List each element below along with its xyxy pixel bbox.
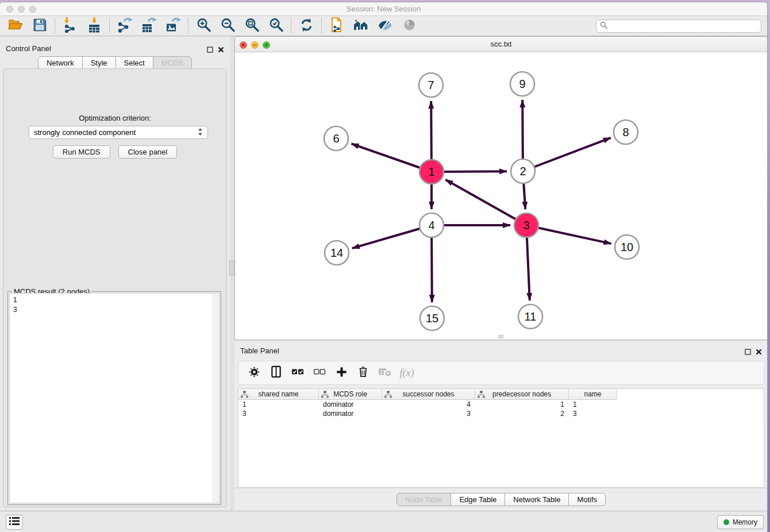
table-row[interactable]: 1dominator411 [238,400,764,409]
table-panel: Table Panel f(x) shared nameMCDS rolesuc… [234,341,768,511]
cell-predecessor-nodes: 1 [475,400,569,409]
zoom-in-button[interactable] [191,17,215,35]
graph-edge-3-1[interactable] [445,180,526,225]
graph-node-1[interactable]: 1 [419,160,444,184]
column-header-successor-nodes[interactable]: successor nodes [382,389,475,400]
column-header-mcds-role[interactable]: MCDS role [319,389,382,400]
import-network-button[interactable] [58,17,82,35]
network-close-icon[interactable] [240,41,247,51]
tab-mcds[interactable]: MCDS [153,56,192,70]
memory-status-icon [723,519,729,525]
console-log-icon [9,516,20,528]
delete-column-button[interactable] [355,364,372,381]
zoom-selected-button[interactable] [264,17,288,35]
graph-node-11[interactable]: 11 [518,304,542,329]
tab-network-table[interactable]: Network Table [505,493,569,506]
settings-button[interactable] [245,364,263,381]
optimization-criterion-select[interactable]: strongly connected component [29,126,208,139]
cell-name: 1 [569,400,617,409]
graphics-details-button[interactable] [373,17,397,35]
open-file-button[interactable] [3,17,28,35]
memory-label: Memory [733,518,757,526]
tab-edge-table[interactable]: Edge Table [451,493,505,506]
graph-node-2[interactable]: 2 [511,159,535,183]
tab-motifs[interactable]: Motifs [568,493,606,506]
zoom-fit-button[interactable] [240,17,264,35]
graph-node-6[interactable]: 6 [324,126,348,151]
search-input[interactable] [610,21,761,32]
toolbar-separator [188,18,188,33]
float-table-panel-icon[interactable] [745,347,751,357]
tree-icon [321,391,329,400]
refresh-layout-button[interactable] [294,17,318,35]
zoom-out-button[interactable] [215,17,240,35]
canvas-resize-handle[interactable] [498,335,503,338]
graph-node-8[interactable]: 8 [614,120,638,144]
toolbar-separator [55,18,55,33]
column-header-predecessor-nodes[interactable]: predecessor nodes [475,389,569,400]
network-minimize-icon[interactable] [251,41,259,51]
graph-edge-3-10[interactable] [526,225,611,244]
control-panel-tabs: NetworkStyleSelectMCDS [0,56,230,70]
close-panel-button[interactable]: Close panel [118,145,178,159]
export-image-button[interactable] [161,17,185,35]
import-table-button[interactable] [82,17,106,35]
main-toolbar [0,16,767,36]
graph-node-10[interactable]: 10 [615,235,639,259]
column-header-name[interactable]: name [569,389,617,400]
tab-network[interactable]: Network [38,56,83,70]
column-label: shared name [238,390,318,398]
float-panel-icon[interactable] [207,45,213,55]
close-window-button[interactable] [6,6,13,13]
network-overview-button[interactable] [349,17,373,35]
svg-text:11: 11 [525,310,537,323]
svg-text:7: 7 [428,79,434,91]
search-box[interactable] [596,20,761,33]
table-body: 1dominator4113dominator323 [238,400,764,418]
zoom-window-button[interactable] [29,6,36,13]
cell-mcds-role: dominator [319,400,382,409]
deselect-all-button[interactable] [311,364,328,381]
zoom-fit-icon [244,17,260,35]
memory-button[interactable]: Memory [717,515,764,529]
network-graph[interactable]: 7968124314101511 [235,53,768,340]
run-mcds-button[interactable]: Run MCDS [53,145,110,159]
tab-node-table[interactable]: Node Table [396,493,452,506]
column-header-shared-name[interactable]: shared name [238,389,319,400]
import-network-icon [62,17,78,35]
table-row[interactable]: 3dominator323 [238,409,764,418]
column-visibility-button[interactable] [267,364,284,381]
mcds-result-text: 1 3 [10,294,212,503]
table-tabs-bar: Node TableEdge TableNetwork TableMotifs [234,488,768,511]
select-all-button[interactable] [289,364,306,381]
close-table-panel-icon[interactable] [756,347,762,357]
optimization-criterion-label: Optimization criterion: [3,114,226,122]
graph-node-14[interactable]: 14 [325,241,349,265]
tab-select[interactable]: Select [116,56,153,70]
graph-edge-2-8[interactable] [523,138,611,171]
clone-network-button[interactable] [325,17,349,35]
graph-node-3[interactable]: 3 [514,213,538,237]
zoom-selected-icon [268,17,284,35]
columns-icon [270,365,282,380]
network-zoom-icon[interactable] [263,41,270,51]
graph-node-9[interactable]: 9 [510,72,534,96]
export-network-button[interactable] [113,17,137,35]
fx-icon: f(x) [400,367,414,379]
network-window-titlebar[interactable]: scc.txt [235,37,767,52]
network-canvas[interactable]: 7968124314101511 [235,53,767,340]
graph-node-4[interactable]: 4 [419,213,444,237]
save-session-button[interactable] [28,17,52,35]
mcds-panel: Optimization criterion: strongly connect… [3,68,227,507]
table-tabs: Node TableEdge TableNetwork TableMotifs [396,493,606,506]
panel-divider-handle[interactable] [229,260,234,276]
graph-node-15[interactable]: 15 [420,306,444,330]
graph-node-7[interactable]: 7 [419,73,443,97]
minimize-window-button[interactable] [18,6,25,13]
close-panel-icon[interactable] [218,45,224,55]
add-column-button[interactable] [333,364,350,381]
export-table-button[interactable] [137,17,161,35]
result-scrollbar[interactable] [213,294,219,503]
console-button[interactable] [6,515,23,530]
tab-style[interactable]: Style [82,56,116,70]
